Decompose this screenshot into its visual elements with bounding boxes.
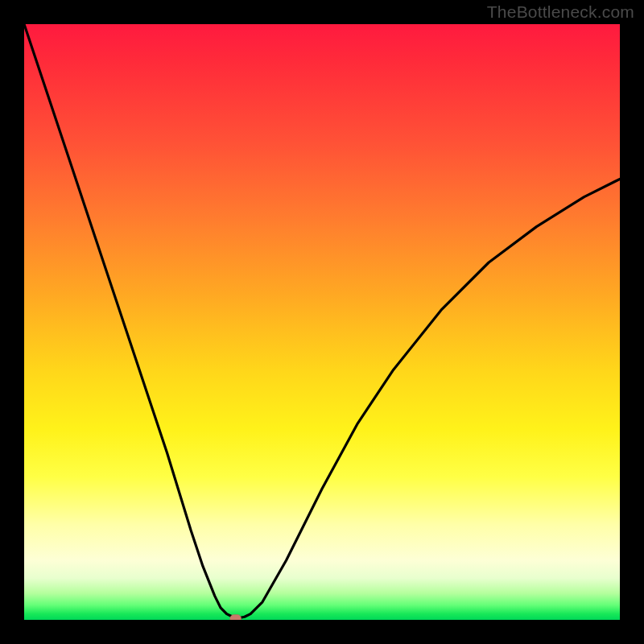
chart-frame: TheBottleneck.com: [0, 0, 644, 644]
bottleneck-curve: [24, 24, 620, 618]
optimal-point-marker: [230, 615, 242, 620]
watermark-text: TheBottleneck.com: [487, 2, 634, 22]
plot-area: [24, 24, 620, 620]
curve-svg: [24, 24, 620, 620]
